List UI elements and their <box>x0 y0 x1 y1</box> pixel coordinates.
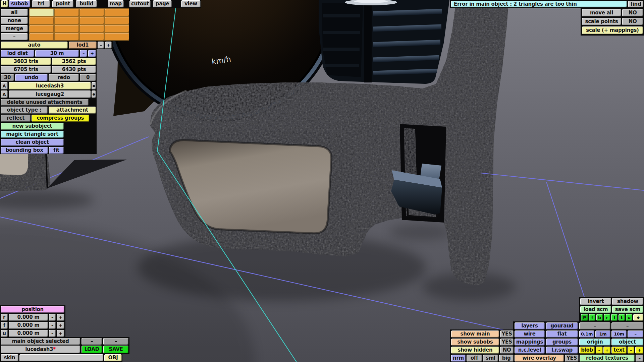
scale-points-button[interactable]: scale points <box>582 18 621 25</box>
show-hidden-toggle[interactable]: NO <box>500 347 514 354</box>
load-scm-button[interactable]: load scm <box>580 306 611 313</box>
origin-button[interactable]: origin <box>579 339 610 346</box>
grid-cell[interactable] <box>105 33 129 40</box>
axis-u-minus-button[interactable]: – <box>49 330 56 337</box>
show-subobs-button[interactable]: show subobs <box>451 339 499 346</box>
mappings-button[interactable]: mappings <box>515 339 545 346</box>
channel-l-button[interactable]: l <box>611 314 618 321</box>
grid-dash-button[interactable]: – <box>628 330 643 338</box>
save-button[interactable]: SAVE <box>103 346 128 353</box>
menu-item-tri[interactable]: tri <box>32 0 50 7</box>
grid-cell[interactable] <box>55 33 79 40</box>
skin-name-field[interactable] <box>19 354 103 361</box>
lr-swap-button[interactable]: l.r.swap <box>546 347 578 354</box>
clean-object-button[interactable]: clean object <box>1 139 64 146</box>
lod-dist-minus-button[interactable]: – <box>80 50 87 57</box>
blob-button[interactable]: blob <box>579 347 595 354</box>
lod-dist-value[interactable]: 30 m <box>35 50 79 57</box>
channel-b-button[interactable]: b <box>596 314 603 321</box>
menu-item-h[interactable]: H <box>1 0 8 7</box>
grid-cell[interactable] <box>30 33 54 40</box>
attachment-name[interactable]: lucegaug2 <box>9 90 91 98</box>
channel-f-button[interactable]: f <box>589 314 595 321</box>
invert-button[interactable]: invert <box>580 298 611 305</box>
layers-dash-button[interactable]: – <box>579 322 610 329</box>
axis-f-value[interactable]: 0.000 m <box>9 322 48 329</box>
grid-cell[interactable] <box>55 25 79 32</box>
wire-button[interactable]: wire <box>515 330 545 338</box>
nrm-button[interactable]: nrm <box>451 355 466 362</box>
compress-groups-button[interactable]: compress groups <box>32 115 89 122</box>
select-dash-button[interactable]: – <box>1 33 28 40</box>
text-minus-button[interactable]: – <box>628 347 634 354</box>
shadow-button[interactable]: shadow <box>612 298 643 305</box>
show-subobs-toggle[interactable]: YES <box>500 339 514 346</box>
text-plus-button[interactable]: + <box>635 347 643 354</box>
nrm-off-button[interactable]: off <box>467 355 482 362</box>
grid-1m-button[interactable]: 1m <box>595 330 610 338</box>
lod-level-minus-button[interactable]: – <box>98 42 104 49</box>
channel-u-button[interactable]: u <box>626 314 632 321</box>
reload-dash-button[interactable]: – <box>636 355 643 362</box>
select-none-button[interactable]: none <box>1 17 28 24</box>
grid-cell[interactable] <box>55 17 79 24</box>
attachment-dot-button[interactable]: ● <box>92 82 96 89</box>
redo-button[interactable]: redo <box>49 74 79 81</box>
save-scm-button[interactable]: save scm <box>612 306 643 313</box>
attachment-dot-button[interactable]: ● <box>92 90 96 98</box>
grid-cell[interactable] <box>30 17 54 24</box>
lod-level-button[interactable]: lod1 <box>69 42 97 49</box>
move-all-toggle[interactable]: NO <box>622 9 643 16</box>
lod-dist-plus-button[interactable]: + <box>88 50 96 57</box>
channel-p-button[interactable]: P <box>581 314 588 321</box>
axis-f-minus-button[interactable]: – <box>49 322 56 329</box>
menu-item-page[interactable]: page <box>153 0 172 7</box>
layers-button[interactable]: layers <box>515 322 545 329</box>
bounding-box-button[interactable]: bounding box <box>1 147 48 154</box>
menu-item-subob[interactable]: subob <box>9 0 30 7</box>
menu-item-build[interactable]: build <box>76 0 97 7</box>
grid-cell[interactable] <box>30 9 54 16</box>
attachment-flag[interactable]: A <box>1 82 8 89</box>
grid-cell[interactable] <box>55 9 79 16</box>
skin-button[interactable]: skin <box>1 354 18 361</box>
lod-level-plus-button[interactable]: + <box>105 42 112 49</box>
menu-item-cutout[interactable]: cutout <box>129 0 151 7</box>
axis-r-plus-button[interactable]: + <box>57 314 64 321</box>
grid-10m-button[interactable]: 10m <box>611 330 627 338</box>
axis-r-value[interactable]: 0.000 m <box>9 314 48 321</box>
grid-cell[interactable] <box>80 9 104 16</box>
channel-r-button[interactable]: r <box>604 314 610 321</box>
object-dash-button[interactable]: – <box>82 338 102 345</box>
new-subobject-button[interactable]: new subobject <box>1 123 64 130</box>
blob-plus-button[interactable]: + <box>603 347 610 354</box>
grid-cell[interactable] <box>105 25 129 32</box>
object-button[interactable]: object <box>611 339 643 346</box>
reflect-button[interactable]: reflect <box>1 115 31 122</box>
scale-points-toggle[interactable]: NO <box>622 18 643 25</box>
nrm-big-button[interactable]: big <box>499 355 514 362</box>
move-all-button[interactable]: move all <box>582 9 621 16</box>
nrm-sml-button[interactable]: sml <box>483 355 498 362</box>
axis-u-value[interactable]: 0.000 m <box>9 330 48 337</box>
gouraud-button[interactable]: gouraud <box>546 322 578 329</box>
show-main-toggle[interactable]: YES <box>500 330 514 338</box>
object-dash-button[interactable]: – <box>103 338 128 345</box>
lod-auto-button[interactable]: auto <box>1 42 68 49</box>
axis-r-minus-button[interactable]: – <box>49 314 56 321</box>
attachment-name[interactable]: lucedash3 <box>9 82 91 89</box>
find-button[interactable]: find <box>628 1 643 7</box>
show-main-button[interactable]: show main <box>451 330 499 338</box>
text-size-button[interactable]: text <box>611 347 627 354</box>
load-button[interactable]: LOAD <box>82 346 102 353</box>
menu-item-view[interactable]: view <box>181 0 201 7</box>
grid-cell[interactable] <box>105 9 129 16</box>
axis-f-plus-button[interactable]: + <box>57 322 64 329</box>
blob-minus-button[interactable]: – <box>596 347 603 354</box>
grid-cell[interactable] <box>80 17 104 24</box>
axis-u-plus-button[interactable]: + <box>57 330 64 337</box>
menu-item-map[interactable]: map <box>108 0 124 7</box>
wire-overlay-toggle[interactable]: YES <box>565 355 579 362</box>
groups-button[interactable]: groups <box>546 339 578 346</box>
wire-overlay-button[interactable]: wire overlay <box>515 355 564 362</box>
